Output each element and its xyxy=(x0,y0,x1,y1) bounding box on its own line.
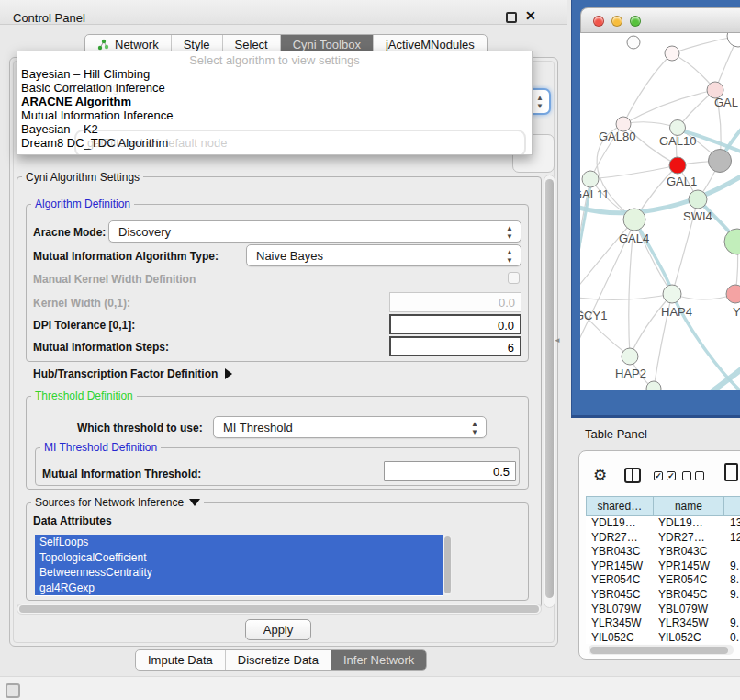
table-row[interactable]: YPR145WYPR145W9. xyxy=(586,559,740,574)
network-node[interactable] xyxy=(724,229,740,254)
attribute-item-topologicalcoefficient[interactable]: TopologicalCoefficient xyxy=(35,550,443,566)
network-canvas[interactable]: GALGAL80GAL10GAL1GAL11SWI4GAL4GCY1HAP4YH… xyxy=(580,33,740,390)
combo-arrows-icon: ▲▼ xyxy=(506,224,513,241)
popup-placeholder: Select algorithm to view settings xyxy=(17,53,532,67)
network-node[interactable] xyxy=(646,381,661,390)
table-cell: 13 xyxy=(724,516,740,531)
window-zoom-icon[interactable] xyxy=(630,16,641,27)
network-node[interactable] xyxy=(709,150,732,173)
network-edge[interactable] xyxy=(590,165,678,179)
deselect-all-checkbox-icon[interactable] xyxy=(695,471,704,480)
attribute-item-betweennesscentrality[interactable]: BetweennessCentrality xyxy=(35,565,443,581)
table-row[interactable]: YBL079WYBL079W xyxy=(586,603,740,617)
mi-steps-field[interactable]: 6 xyxy=(389,336,521,356)
node-label: HAP4 xyxy=(661,305,692,319)
network-node-gal1[interactable] xyxy=(669,157,686,174)
splitter-grip-icon[interactable]: ◄ xyxy=(554,336,561,344)
table-row[interactable]: YER054CYER054C8. xyxy=(586,573,740,588)
table-header-row[interactable]: shared…name xyxy=(586,496,740,516)
algorithm-option-bayesian-hill-climbing[interactable]: Bayesian – Hill Climbing xyxy=(17,67,532,81)
window-close-icon[interactable] xyxy=(593,16,604,27)
algorithm-select-popup: Select algorithm to view settings Bayesi… xyxy=(17,51,533,155)
mi-threshold-definition-title: MI Threshold Definition xyxy=(40,441,161,454)
settings-vertical-scrollbar[interactable] xyxy=(544,175,555,608)
sources-group-title[interactable]: Sources for Network Inference xyxy=(31,496,204,509)
tab-label: Select xyxy=(235,38,268,51)
dpi-tolerance-field[interactable]: 0.0 xyxy=(389,314,521,334)
scrollbar-thumb[interactable] xyxy=(19,605,539,613)
network-edge[interactable] xyxy=(623,53,672,124)
table-body[interactable]: YDL19…YDL19…13YDR27…YDR27…12YBR043CYBR04… xyxy=(586,516,740,644)
select-all-checkbox-icon[interactable]: ✓ xyxy=(667,471,676,480)
algorithm-option-aracne-algorithm[interactable]: ARACNE Algorithm xyxy=(17,95,532,108)
network-node[interactable] xyxy=(727,33,740,47)
scrollbar-thumb[interactable] xyxy=(444,536,451,593)
attribute-item-gal4rgexp[interactable]: gal4RGexp xyxy=(35,581,443,596)
mi-algorithm-type-label: Mutual Information Algorithm Type: xyxy=(33,250,219,263)
kernel-width-field[interactable]: 0.0 xyxy=(389,292,521,312)
table-row[interactable]: YDR27…YDR27…12 xyxy=(586,531,740,546)
expand-right-icon xyxy=(225,368,232,379)
network-node[interactable] xyxy=(627,36,640,49)
bottom-tab-impute-data[interactable]: Impute Data xyxy=(136,650,226,670)
network-node-y[interactable] xyxy=(726,285,740,303)
deselect-all-checkbox-icon[interactable] xyxy=(682,471,691,480)
network-window-titlebar[interactable] xyxy=(580,7,740,33)
table-row[interactable]: YIL052CYIL052C0. xyxy=(586,631,740,644)
network-node-gal10[interactable] xyxy=(670,120,686,136)
which-threshold-combo[interactable]: MI Threshold ▲▼ xyxy=(213,416,487,438)
table-row[interactable]: YDL19…YDL19…13 xyxy=(586,516,740,531)
network-node-hap4[interactable] xyxy=(663,285,681,303)
table-row[interactable]: YLR345WYLR345W9. xyxy=(586,616,740,631)
mi-threshold-field[interactable]: 0.5 xyxy=(384,461,516,481)
table-row[interactable]: YBR045CYBR045C9. xyxy=(586,588,740,603)
manual-kernel-width-checkbox[interactable] xyxy=(508,272,520,284)
table-cell: YDL19… xyxy=(653,516,724,531)
export-table-file-icon[interactable] xyxy=(724,463,738,481)
network-edge[interactable] xyxy=(630,294,672,356)
scrollbar-thumb[interactable] xyxy=(590,647,728,654)
network-node[interactable] xyxy=(665,46,679,61)
attribute-item-selfloops[interactable]: SelfLoops xyxy=(35,535,443,550)
tab-label: Infer Network xyxy=(343,653,414,667)
network-node-gal4[interactable] xyxy=(623,209,645,231)
network-edge[interactable] xyxy=(580,294,672,299)
network-edge[interactable] xyxy=(623,90,715,124)
dpi-tolerance-label: DPI Tolerance [0,1]: xyxy=(33,319,135,332)
network-node-gal11[interactable] xyxy=(582,171,599,187)
table-cell: YPR145W xyxy=(653,559,724,574)
grip-box-icon[interactable] xyxy=(6,683,20,698)
network-edge-highlighted[interactable] xyxy=(689,360,740,390)
table-row[interactable]: YBR043CYBR043C xyxy=(586,545,740,559)
table-cell xyxy=(724,603,740,617)
tab-label: Cyni Toolbox xyxy=(293,38,361,51)
table-cell: YBR043C xyxy=(653,545,724,559)
which-threshold-value: MI Threshold xyxy=(223,421,293,435)
window-minimize-icon[interactable] xyxy=(611,16,622,27)
bottom-tab-discretize-data[interactable]: Discretize Data xyxy=(226,650,331,670)
column-header-hidden[interactable] xyxy=(724,497,740,515)
float-panel-icon[interactable] xyxy=(506,12,517,23)
network-node-swi4[interactable] xyxy=(689,190,707,209)
mi-algorithm-type-combo[interactable]: Naive Bayes ▲▼ xyxy=(246,244,521,266)
table-cell xyxy=(724,545,740,559)
bottom-tab-infer-network[interactable]: Infer Network xyxy=(331,650,426,670)
algorithm-option-mutual-information-inference[interactable]: Mutual Information Inference xyxy=(17,108,532,122)
data-attributes-list[interactable]: SelfLoopsTopologicalCoefficientBetweenne… xyxy=(35,535,443,596)
attribute-list-scrollbar[interactable] xyxy=(443,536,452,595)
network-node-hap2[interactable] xyxy=(622,348,638,365)
table-cell: 9. xyxy=(724,616,740,631)
column-header-name[interactable]: name xyxy=(654,497,725,515)
column-header-shared[interactable]: shared… xyxy=(587,497,654,515)
hub-definition-toggle[interactable]: Hub/Transcription Factor Definition xyxy=(33,367,232,380)
aracne-mode-combo[interactable]: Discovery ▲▼ xyxy=(108,220,521,243)
table-settings-gear-icon[interactable]: ⚙ xyxy=(593,466,607,485)
close-panel-icon[interactable]: ✕ xyxy=(525,8,536,23)
settings-horizontal-scrollbar[interactable] xyxy=(17,604,542,615)
scrollbar-thumb[interactable] xyxy=(545,179,554,598)
network-edge[interactable] xyxy=(580,297,630,356)
table-horizontal-scrollbar[interactable] xyxy=(589,645,734,655)
apply-button[interactable]: Apply xyxy=(245,619,311,640)
select-all-checkbox-icon[interactable]: ✓ xyxy=(654,471,663,480)
column-layout-icon[interactable] xyxy=(624,468,641,483)
